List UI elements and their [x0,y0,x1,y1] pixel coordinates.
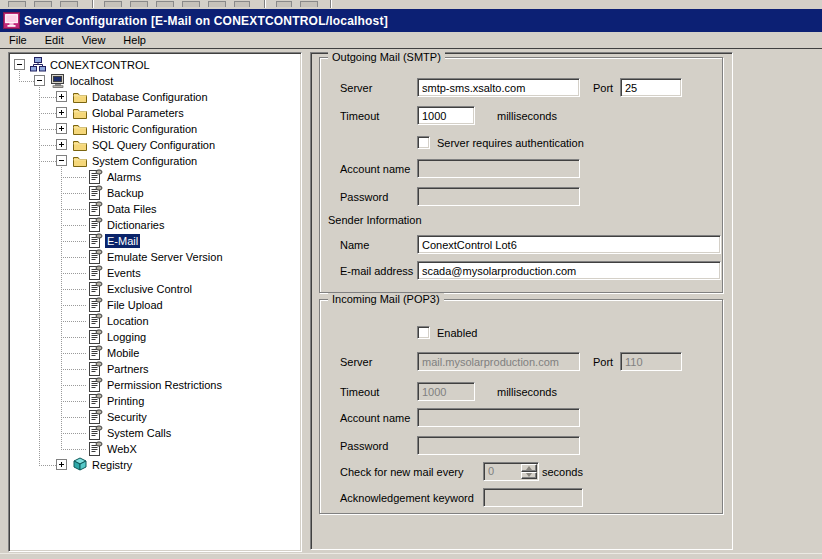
pop3-timeout-input [417,382,475,401]
sender-email-input[interactable] [417,261,721,280]
tree-item-events[interactable]: Events [11,265,299,281]
menu-help[interactable]: Help [114,33,155,47]
tree-item-alarms[interactable]: Alarms [11,169,299,185]
smtp-port-input[interactable] [620,78,682,97]
tree-item-registry[interactable]: Registry [11,457,299,473]
toolbar-fragment [34,1,52,7]
tree-expand-box[interactable] [56,155,67,166]
title-bar: Server Configuration [E-Mail on CONEXTCO… [0,9,822,32]
tree-item-permission-restrictions[interactable]: Permission Restrictions [11,377,299,393]
tree-connector-stub [61,241,87,242]
tree-item-label: File Upload [105,298,165,312]
smtp-password-input [417,187,580,206]
config-doc-icon [87,233,103,249]
outgoing-mail-groupbox: Outgoing Mail (SMTP) Server Port Timeout… [319,57,723,293]
config-doc-icon [87,201,103,217]
smtp-port-label: Port [593,82,613,95]
pop3-password-label: Password [340,440,388,453]
tree-expand-box[interactable] [34,75,45,86]
config-doc-icon [87,393,103,409]
tree-item-historic-configuration[interactable]: Historic Configuration [11,121,299,137]
tree-item-system-calls[interactable]: System Calls [11,425,299,441]
tree-connector-stub [61,385,87,386]
tree-expand-box[interactable] [14,59,25,70]
tree-item-label: Dictionaries [105,218,166,232]
tree-expand-box[interactable] [56,459,67,470]
tree-item-sql-query-configuration[interactable]: SQL Query Configuration [11,137,299,153]
tree-connector-stub [61,353,87,354]
tree-item-logging[interactable]: Logging [11,329,299,345]
folder-icon [72,89,88,105]
configuration-tree: CONEXTCONTROLlocalhostDatabase Configura… [11,55,299,549]
toolbar-fragment [234,1,250,7]
pop3-check-interval-value: 0 [488,465,494,477]
tree-item-security[interactable]: Security [11,409,299,425]
toolbar-fragment [60,1,78,7]
sender-name-input[interactable] [417,235,721,254]
tree-item-exclusive-control[interactable]: Exclusive Control [11,281,299,297]
tree-item-label: localhost [68,74,115,88]
toolbar-fragment [182,1,200,7]
menu-file[interactable]: File [0,33,36,47]
tree-item-label: CONEXTCONTROL [48,58,152,72]
tree-expand-box[interactable] [56,139,67,150]
tree-connector-stub [39,97,56,98]
tree-connector-stub [39,161,56,162]
tree-item-conextcontrol[interactable]: CONEXTCONTROL [11,57,299,73]
folder-icon [72,121,88,137]
tree-item-dictionaries[interactable]: Dictionaries [11,217,299,233]
tree-expand-box[interactable] [56,123,67,134]
tree-item-system-configuration[interactable]: System Configuration [11,153,299,169]
tree-item-global-parameters[interactable]: Global Parameters [11,105,299,121]
email-settings-panel: Outgoing Mail (SMTP) Server Port Timeout… [310,52,733,550]
tree-connector-stub [39,129,56,130]
pop3-check-interval-label: Check for new mail every [340,466,464,479]
tree-item-label: Emulate Server Version [105,250,225,264]
tree-item-label: Registry [90,458,134,472]
tree-item-backup[interactable]: Backup [11,185,299,201]
tree-item-label: Events [105,266,143,280]
stepper-down-button [521,472,537,480]
pop3-enabled-checkbox[interactable] [417,326,430,339]
tree-item-webx[interactable]: WebX [11,441,299,457]
tree-expand-box[interactable] [56,91,67,102]
config-doc-icon [87,329,103,345]
configuration-tree-panel: CONEXTCONTROLlocalhostDatabase Configura… [8,52,302,552]
smtp-server-input[interactable] [417,78,580,97]
tree-item-label: System Calls [105,426,173,440]
toolbar-fragment [156,1,174,7]
smtp-timeout-input[interactable] [417,106,475,125]
tree-item-e-mail[interactable]: E-Mail [11,233,299,249]
tree-item-mobile[interactable]: Mobile [11,345,299,361]
tree-item-label: Security [105,410,149,424]
tree-connector-stub [61,289,87,290]
smtp-auth-checkbox[interactable] [417,136,430,149]
tree-item-localhost[interactable]: localhost [11,73,299,89]
tree-item-file-upload[interactable]: File Upload [11,297,299,313]
config-doc-icon [87,281,103,297]
pop3-account-input [417,408,580,427]
pop3-timeout-unit-label: milliseconds [497,386,557,399]
tree-item-emulate-server-version[interactable]: Emulate Server Version [11,249,299,265]
tree-item-location[interactable]: Location [11,313,299,329]
toolbar-fragment [276,1,292,7]
pop3-enabled-checkbox-label: Enabled [437,327,477,340]
tree-item-database-configuration[interactable]: Database Configuration [11,89,299,105]
tree-connector-stub [61,257,87,258]
tree-item-label: Partners [105,362,151,376]
pop3-timeout-label: Timeout [340,386,379,399]
tree-expand-box[interactable] [56,107,67,118]
tree-connector-stub [61,273,87,274]
toolbar-separator [330,0,332,8]
sender-name-label: Name [340,239,369,252]
tree-item-label: Location [105,314,151,328]
tree-item-partners[interactable]: Partners [11,361,299,377]
smtp-password-label: Password [340,191,388,204]
tree-connector-stub [61,321,87,322]
network-icon [30,57,46,73]
menu-view[interactable]: View [73,33,115,47]
tree-item-data-files[interactable]: Data Files [11,201,299,217]
tree-item-printing[interactable]: Printing [11,393,299,409]
menu-edit[interactable]: Edit [36,33,73,47]
config-doc-icon [87,297,103,313]
